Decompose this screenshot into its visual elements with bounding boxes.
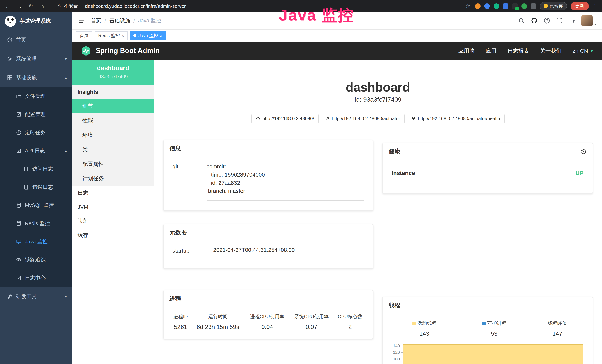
extension-icon-2[interactable] [484,3,490,9]
tag-label: Redis 监控 [98,32,120,39]
sba-menu-logs[interactable]: 日志 [72,186,154,200]
actuator-url-link[interactable]: http://192.168.0.2:48080/actuator [321,114,405,124]
sba-nav-journal[interactable]: 日志报表 [507,47,529,54]
process-sys-cpu-value: 0.07 [290,322,334,332]
sba-nav-applications[interactable]: 应用 [485,47,496,54]
font-size-icon[interactable] [569,17,575,24]
bookmark-star-icon[interactable]: ☆ [464,3,471,9]
gauge-icon [7,37,13,43]
fullscreen-icon[interactable] [556,17,563,24]
home-icon [256,117,260,121]
health-instance-row: Instance UP [392,167,584,182]
sidebar-item-file-mgmt[interactable]: 文件管理 [0,87,72,105]
breadcrumb: 首页 / 基础设施 / Java 监控 [91,17,161,24]
sidebar-item-home[interactable]: 首页 [0,30,72,49]
sidebar-item-label: 访问日志 [32,166,53,172]
sidebar-item-label: 链路追踪 [25,257,46,263]
sba-nav-wallboard[interactable]: 应用墙 [458,47,474,54]
process-col-sys-cpu: 系统CPU使用率 [290,312,334,322]
sidebar-item-dev-tools[interactable]: 研发工具 ▾ [0,287,72,306]
search-icon[interactable] [519,17,525,24]
sidebar-item-infra[interactable]: 基础设施 ▴ [0,68,72,87]
forward-icon[interactable]: → [16,3,23,9]
extension-icon-5[interactable]: on [512,3,517,9]
spring-boot-admin: Spring Boot Admin 应用墙 应用 日志报表 关于我们 zh-CN… [72,42,602,364]
breadcrumb-current: Java 监控 [138,17,161,24]
tag-home[interactable]: 首页 [76,31,92,40]
close-icon[interactable]: × [122,33,124,38]
extension-icon-7[interactable] [530,3,536,9]
sidebar-item-label: 系统管理 [16,55,37,62]
process-table: 进程ID 运行时间 进程CPU使用率 系统CPU使用率 CPU核心数 [170,312,366,332]
sidebar-item-java-monitor[interactable]: Java 监控 [0,233,72,251]
help-icon[interactable] [544,17,550,24]
sba-menu-classes[interactable]: 类 [72,142,154,157]
sba-menu-caches[interactable]: 缓存 [72,228,154,243]
sidebar-item-label: API 日志 [25,147,45,154]
sba-menu-jvm[interactable]: JVM [72,200,154,214]
git-id-line: id: 27aa832 [206,179,364,187]
sidebar-item-log-center[interactable]: 日志中心 [0,269,72,287]
live-threads-legend-icon [412,321,416,325]
user-menu[interactable]: ▾ [582,15,596,26]
metadata-key: startup [172,247,213,258]
sba-menu-details[interactable]: 细节 [72,99,154,114]
eye-icon [16,257,22,263]
sba-menu-environment[interactable]: 环境 [72,128,154,142]
extension-icon-1[interactable] [475,3,480,9]
sba-menu-mappings[interactable]: 映射 [72,214,154,228]
sidebar-item-redis-monitor[interactable]: Redis 监控 [0,214,72,233]
sidebar-item-mysql-monitor[interactable]: MySQL 监控 [0,196,72,214]
address-bar[interactable]: ⚠ 不安全 dashboard.yudao.iocoder.cn/infra/a… [57,3,186,9]
health-url-link[interactable]: http://192.168.0.2:48080/actuator/health [407,114,505,124]
sidebar-item-tracing[interactable]: 链路追踪 [0,251,72,269]
service-url-link[interactable]: http://192.168.0.2:48080/ [251,114,319,124]
process-pid-value: 5261 [170,322,191,332]
sidebar-item-system[interactable]: 系统管理 ▾ [0,49,72,68]
sba-menu-scheduled-tasks[interactable]: 计划任务 [72,171,154,186]
sidebar-item-error-logs[interactable]: 错误日志 [0,178,72,196]
app-logo[interactable]: 芋道管理系统 [0,12,72,30]
update-button[interactable]: 更新 [570,2,589,10]
not-secure-warning-icon: ⚠ [57,3,61,9]
instance-header[interactable]: dashboard 93a3fc7f7409 [72,60,154,85]
process-col-proc-cpu: 进程CPU使用率 [245,312,290,322]
sidebar-item-label: Java 监控 [25,238,48,245]
sba-menu-configprops[interactable]: 配置属性 [72,157,154,171]
close-icon[interactable]: × [160,33,162,38]
threads-chart-y-axis: 140 120 100 [389,343,403,364]
sba-menu-metrics[interactable]: 性能 [72,114,154,128]
extension-icon-6[interactable] [521,3,527,9]
history-icon[interactable] [580,149,586,154]
sba-menu-insights[interactable]: Insights [72,85,154,99]
threads-live-value: 143 [389,329,459,339]
extension-icon-3[interactable] [493,3,499,9]
sidebar-item-scheduled-jobs[interactable]: 定时任务 [0,124,72,142]
sba-header: Spring Boot Admin 应用墙 应用 日志报表 关于我们 zh-CN… [72,42,602,60]
browser-menu-icon[interactable]: ⋮ [592,3,598,9]
breadcrumb-home[interactable]: 首页 [91,17,101,24]
locale-select[interactable]: zh-CN ▼ [573,48,594,54]
process-uptime-value: 6d 23h 15m 59s [191,322,245,332]
github-icon[interactable] [531,17,538,24]
threads-col-peak: 线程峰值 [529,319,586,329]
reload-icon[interactable]: ↻ [27,3,34,9]
sidebar-item-label: Redis 监控 [25,220,50,227]
extension-on-badge: on [515,7,519,10]
document-icon [23,184,29,190]
sidebar-item-label: 定时任务 [25,129,46,136]
sba-main: dashboard Id: 93a3fc7f7409 http://192.16… [154,60,602,364]
back-icon[interactable]: ← [4,3,11,9]
tag-redis-monitor[interactable]: Redis 监控 × [95,31,128,40]
hamburger-icon[interactable] [78,17,85,24]
extension-icon-4[interactable] [503,3,508,9]
sba-nav-about[interactable]: 关于我们 [540,47,562,54]
sidebar-item-api-logs[interactable]: API 日志 ▴ [0,142,72,160]
tag-java-monitor[interactable]: Java 监控 × [130,31,166,40]
sidebar-item-config-mgmt[interactable]: 配置管理 [0,105,72,124]
browser-home-icon[interactable]: ⌂ [39,3,46,9]
sidebar-item-access-logs[interactable]: 访问日志 [0,160,72,178]
breadcrumb-infra[interactable]: 基础设施 [109,17,130,24]
database-icon [16,203,22,208]
paused-extension-badge[interactable]: 已暂停 [540,2,567,10]
